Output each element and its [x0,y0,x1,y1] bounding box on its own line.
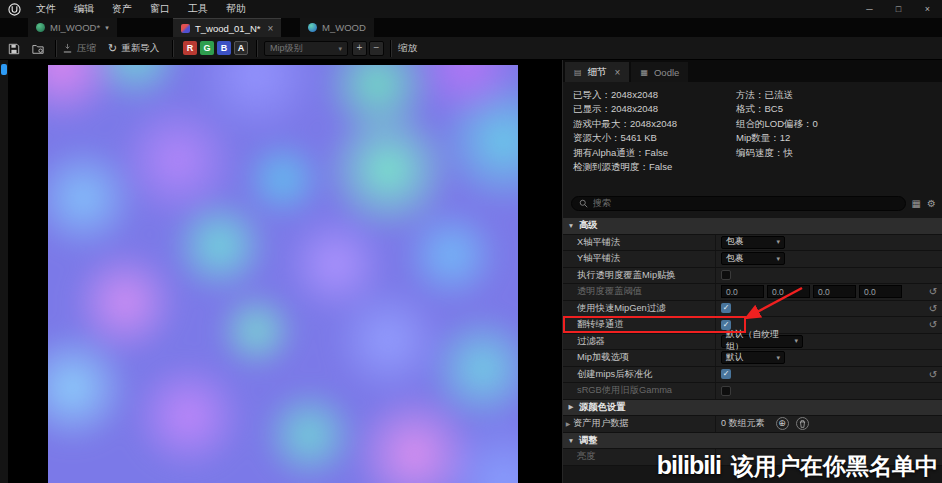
address-y-dropdown[interactable]: 包裹 ▾ [721,252,785,265]
texture-viewport[interactable] [8,60,562,483]
scroll-indicator[interactable] [1,64,7,75]
tab-mi-wood[interactable]: MI_WOOD* ▾ [28,18,117,37]
bilibili-logo: bilibili [657,451,721,480]
search-icon [579,199,588,208]
chevron-down-icon: ▾ [794,337,798,345]
property-label: 资产用户数据 [573,417,715,430]
section-header-source-color[interactable]: ▶ 源颜色设置 [563,400,942,417]
menu-tools[interactable]: 工具 [179,0,217,18]
property-row-mip-load-options: Mip加载选项 默认 ▾ [563,350,942,367]
save-icon [8,43,20,55]
threshold-x-field[interactable]: 0.0 [721,285,764,298]
list-icon: ▤ [574,68,582,77]
address-x-dropdown[interactable]: 包裹 ▾ [721,236,785,249]
toolbar-separator [390,40,391,57]
maximize-button[interactable]: □ [884,0,913,18]
unreal-logo-icon [8,3,21,16]
mip-level-dropdown[interactable]: Mip级别 ▾ [264,41,348,56]
minimize-button[interactable]: ─ [855,0,884,18]
section-header-advanced[interactable]: ▼ 高级 [563,218,942,235]
alpha-channel-toggle[interactable]: A [234,41,248,55]
details-tab-bar: ▤ 细节 × ▦ Oodle [563,60,942,82]
settings-gear-icon[interactable]: ⚙ [927,196,936,211]
tab-oodle[interactable]: ▦ Oodle [631,62,688,82]
mip-plus-button[interactable]: + [352,41,367,56]
mip-minus-button[interactable]: − [369,41,384,56]
texture-asset-icon [181,24,190,33]
normal-map-texture-preview [48,65,518,483]
mip-level-label: Mip级别 [270,42,303,55]
property-label: Y轴平铺法 [563,252,715,265]
clear-array-button[interactable] [796,417,809,430]
threshold-w-field[interactable]: 0.0 [859,285,902,298]
chevron-right-icon[interactable]: ▶ [563,420,573,427]
chevron-down-icon: ▾ [776,255,780,263]
filter-dropdown[interactable]: 默认（自纹理组） ▾ [721,335,803,348]
toolbar-separator [256,40,257,57]
menu-help[interactable]: 帮助 [217,0,255,18]
tab-close-icon[interactable]: × [615,67,621,78]
tab-m-wood[interactable]: M_WOOD [300,18,374,37]
info-lod-bias: 组合的LOD偏移：0 [736,119,818,129]
reset-to-default-icon[interactable]: ↺ [924,369,942,380]
srgb-legacy-gamma-checkbox[interactable] [721,386,731,396]
threshold-z-field[interactable]: 0.0 [813,285,856,298]
chevron-down-icon: ▼ [563,437,579,444]
info-method: 方法：已流送 [736,90,818,100]
tab-label: T_wood_01_N* [195,23,261,34]
normalize-after-mips-checkbox[interactable]: ✓ [721,369,731,379]
threshold-y-field[interactable]: 0.0 [767,285,810,298]
menu-edit[interactable]: 编辑 [65,0,103,18]
save-button[interactable] [8,40,20,57]
info-has-alpha: 拥有Alpha通道：False [573,148,677,158]
reimport-button[interactable]: ↻ 重新导入 [108,40,159,57]
reset-to-default-icon[interactable]: ↺ [924,319,942,330]
flip-green-channel-checkbox[interactable]: ✓ [721,320,731,330]
browse-icon [32,43,44,55]
browse-to-asset-button[interactable] [32,40,44,57]
compress-label: 压缩 [77,42,96,55]
oodle-tab-label: Oodle [654,67,679,78]
red-channel-toggle[interactable]: R [183,41,197,55]
reset-to-default-icon[interactable]: ↺ [924,303,942,314]
property-label: 翻转绿通道 [563,318,715,331]
details-search-row: ▦ ⚙ [571,194,936,212]
dropdown-value: 包裹 [726,236,744,248]
close-button[interactable]: × [913,0,942,18]
tab-details[interactable]: ▤ 细节 × [565,62,629,82]
fast-mipgen-checkbox[interactable]: ✓ [721,303,731,313]
info-max-ingame: 游戏中最大：2048x2048 [573,119,677,129]
menu-asset[interactable]: 资产 [103,0,141,18]
property-row-alpha-coverage-thresholds: 透明度覆盖阈值 0.0 0.0 0.0 0.0 ↺ [563,284,942,301]
search-input[interactable] [593,198,898,208]
green-channel-toggle[interactable]: G [200,41,214,55]
info-displayed: 已显示：2048x2048 [573,104,677,114]
blue-channel-toggle[interactable]: B [217,41,231,55]
tab-t-wood-01-n[interactable]: T_wood_01_N* × [173,18,281,37]
compress-button[interactable]: 压缩 [62,40,96,57]
asset-tab-bar: MI_WOOD* ▾ T_wood_01_N* × M_WOOD [0,18,942,37]
alpha-coverage-checkbox[interactable] [721,270,731,280]
chevron-down-icon: ▾ [776,238,780,246]
reset-to-default-icon[interactable]: ↺ [924,286,942,297]
menu-window[interactable]: 窗口 [141,0,179,18]
search-box[interactable] [571,196,906,211]
section-label: 源颜色设置 [579,401,625,414]
section-header-adjustments[interactable]: ▼ 调整 [563,433,942,450]
display-options-icon[interactable]: ▦ [912,196,921,211]
menu-file[interactable]: 文件 [27,0,65,18]
material-asset-icon [308,23,317,32]
mip-load-options-dropdown[interactable]: 默认 ▾ [721,351,785,364]
add-array-element-button[interactable]: ⊕ [776,417,789,430]
section-label: 高级 [579,219,598,232]
chevron-down-icon: ▾ [776,354,780,362]
info-column-left: 已导入：2048x2048 已显示：2048x2048 游戏中最大：2048x2… [573,90,677,172]
left-edge-strip [0,60,8,483]
tab-close-icon[interactable]: × [268,23,274,34]
texture-info-block: 已导入：2048x2048 已显示：2048x2048 游戏中最大：2048x2… [563,82,942,194]
property-row-srgb-legacy-gamma: sRGB使用旧版Gamma [563,383,942,400]
chevron-down-icon: ▾ [105,24,109,32]
info-column-right: 方法：已流送 格式：BC5 组合的LOD偏移：0 Mip数量：12 编码速度：快 [736,90,818,158]
property-label: 透明度覆盖阈值 [563,285,715,298]
plus-circle-icon: ⊕ [778,418,786,429]
